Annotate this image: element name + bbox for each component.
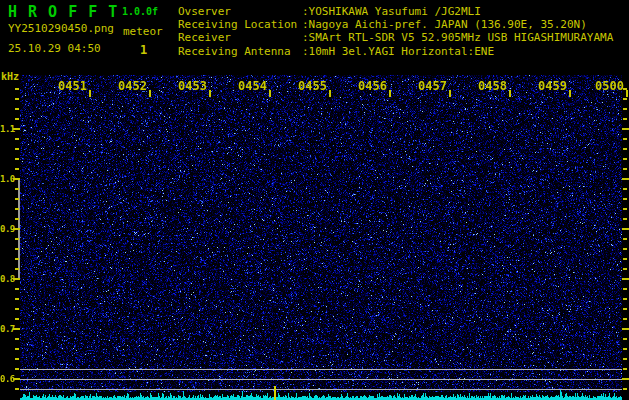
freq-minor-tick [623, 218, 627, 220]
freq-minor-tick [15, 348, 19, 350]
freq-minor-tick [15, 388, 19, 390]
info-label: Receiving Antenna [178, 45, 302, 58]
time-tick [626, 90, 628, 97]
hrofft-screenshot: H R O F F T 1.0.0f YY2510290450.png mete… [0, 0, 629, 400]
carrier-line [20, 369, 622, 370]
freq-tick-label: 1.1 [0, 124, 13, 134]
freq-minor-tick [623, 358, 627, 360]
freq-minor-tick [623, 258, 627, 260]
info-row-location: Receiving Location:Nagoya Aichi-pref. JA… [178, 18, 613, 31]
freq-tick-label: 1.0 [0, 174, 13, 184]
freq-minor-tick [15, 118, 19, 120]
freq-unit-label: kHz [1, 71, 19, 82]
freq-minor-tick [15, 268, 19, 270]
freq-tick-label: 0.9 [0, 224, 13, 234]
freq-minor-tick [623, 308, 627, 310]
app-version: 1.0.0f [122, 6, 158, 17]
mode-label: meteor [123, 25, 163, 38]
freq-minor-tick [15, 358, 19, 360]
freq-major-tick [13, 178, 20, 180]
freq-minor-tick [623, 288, 627, 290]
freq-minor-tick [15, 108, 19, 110]
freq-minor-tick [623, 318, 627, 320]
datetime-label: 25.10.29 04:50 [8, 42, 101, 55]
time-tick-label: 0457 [418, 79, 447, 93]
freq-tick-label: 0.8 [0, 274, 13, 284]
time-tick-label: 0454 [238, 79, 267, 93]
freq-minor-tick [15, 218, 19, 220]
time-tick-label: 0459 [538, 79, 567, 93]
freq-minor-tick [15, 368, 19, 370]
freq-minor-tick [15, 338, 19, 340]
freq-minor-tick [623, 368, 627, 370]
freq-minor-tick [15, 308, 19, 310]
freq-minor-tick [623, 188, 627, 190]
freq-minor-tick [15, 258, 19, 260]
freq-minor-tick [15, 158, 19, 160]
freq-major-tick [622, 328, 629, 330]
info-row-observer: Ovserver:YOSHIKAWA Yasufumi /JG2MLI [178, 5, 613, 18]
freq-minor-tick [623, 168, 627, 170]
info-label: Receiver [178, 31, 302, 44]
freq-minor-tick [623, 148, 627, 150]
freq-major-tick [13, 128, 20, 130]
freq-minor-tick [623, 238, 627, 240]
freq-minor-tick [623, 268, 627, 270]
time-tick [89, 90, 91, 97]
station-info: Ovserver:YOSHIKAWA Yasufumi /JG2MLI Rece… [178, 5, 613, 58]
time-tick [389, 90, 391, 97]
freq-minor-tick [15, 238, 19, 240]
carrier-line [20, 389, 622, 390]
time-tick [149, 90, 151, 97]
freq-minor-tick [623, 298, 627, 300]
freq-minor-tick [623, 388, 627, 390]
freq-minor-tick [15, 88, 19, 90]
time-tick-label: 0452 [118, 79, 147, 93]
freq-minor-tick [15, 288, 19, 290]
freq-minor-tick [15, 138, 19, 140]
info-value: :Nagoya Aichi-pref. JAPAN (136.90E, 35.2… [302, 18, 613, 31]
freq-major-tick [13, 228, 20, 230]
freq-minor-tick [15, 248, 19, 250]
freq-tick-label: 0.7 [0, 324, 13, 334]
time-tick-label: 0500 [595, 79, 624, 93]
info-value: :YOSHIKAWA Yasufumi /JG2MLI [302, 5, 613, 18]
time-tick [449, 90, 451, 97]
carrier-line [20, 379, 622, 380]
freq-major-tick [622, 278, 629, 280]
freq-minor-tick [15, 318, 19, 320]
freq-minor-tick [15, 298, 19, 300]
freq-minor-tick [15, 198, 19, 200]
freq-major-tick [13, 378, 20, 380]
freq-major-tick [622, 178, 629, 180]
freq-minor-tick [623, 348, 627, 350]
info-value: :10mH 3el.YAGI Horizontal:ENE [302, 45, 613, 58]
freq-minor-tick [623, 88, 627, 90]
freq-minor-tick [623, 138, 627, 140]
time-tick [329, 90, 331, 97]
freq-minor-tick [15, 208, 19, 210]
time-tick-label: 0455 [298, 79, 327, 93]
meteor-count: 1 [140, 43, 147, 57]
freq-minor-tick [623, 158, 627, 160]
freq-minor-tick [15, 98, 19, 100]
meteor-marker [274, 386, 276, 400]
info-value: :SMArt RTL-SDR V5 52.905MHz USB HIGASHIM… [302, 31, 613, 44]
freq-minor-tick [623, 208, 627, 210]
info-label: Receiving Location [178, 18, 302, 31]
freq-minor-tick [623, 108, 627, 110]
info-row-antenna: Receiving Antenna:10mH 3el.YAGI Horizont… [178, 45, 613, 58]
freq-minor-tick [623, 248, 627, 250]
time-tick-label: 0453 [178, 79, 207, 93]
freq-minor-tick [623, 118, 627, 120]
time-tick-label: 0458 [478, 79, 507, 93]
freq-minor-tick [623, 98, 627, 100]
app-title: H R O F F T [8, 3, 118, 21]
freq-minor-tick [623, 338, 627, 340]
time-tick-label: 0456 [358, 79, 387, 93]
info-row-receiver: Receiver:SMArt RTL-SDR V5 52.905MHz USB … [178, 31, 613, 44]
freq-tick-label: 0.6 [0, 374, 13, 384]
time-tick [209, 90, 211, 97]
freq-minor-tick [15, 188, 19, 190]
time-tick [269, 90, 271, 97]
